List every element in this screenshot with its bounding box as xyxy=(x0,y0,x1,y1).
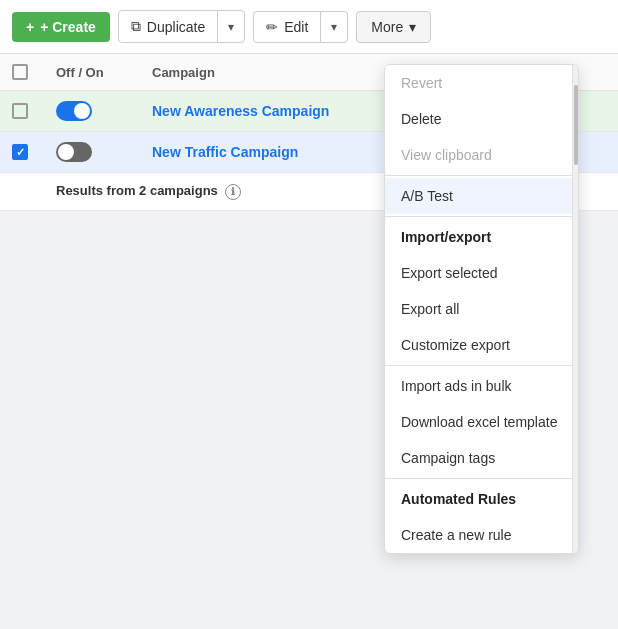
scrollbar-thumb xyxy=(574,85,578,165)
row2-checkbox-col xyxy=(12,144,40,160)
dropdown-item-import-export: Import/export xyxy=(385,219,578,255)
divider-2 xyxy=(385,216,578,217)
edit-icon: ✏ xyxy=(266,19,278,35)
dropdown-item-export-selected[interactable]: Export selected xyxy=(385,255,578,291)
dropdown-item-ab-test[interactable]: A/B Test xyxy=(385,178,578,214)
info-icon[interactable]: ℹ xyxy=(225,184,241,200)
dropdown-item-export-all[interactable]: Export all xyxy=(385,291,578,327)
edit-button[interactable]: ✏ Edit xyxy=(254,12,321,42)
results-text: Results from 2 campaigns ℹ xyxy=(56,183,241,200)
dropdown-item-campaign-tags[interactable]: Campaign tags xyxy=(385,440,578,476)
row1-toggle[interactable] xyxy=(56,101,92,121)
duplicate-arrow[interactable]: ▾ xyxy=(218,13,244,41)
results-label: Results from 2 campaigns xyxy=(56,183,218,198)
row1-campaign-link[interactable]: New Awareness Campaign xyxy=(152,103,329,119)
duplicate-button[interactable]: ⧉ Duplicate xyxy=(119,11,218,42)
dropdown-item-create-rule[interactable]: Create a new rule xyxy=(385,517,578,553)
dropdown-item-revert[interactable]: Revert xyxy=(385,65,578,101)
edit-group: ✏ Edit ▾ xyxy=(253,11,348,43)
plus-icon: + xyxy=(26,19,34,35)
more-chevron-icon: ▾ xyxy=(409,19,416,35)
edit-label: Edit xyxy=(284,19,308,35)
row1-toggle-col xyxy=(56,101,136,121)
more-dropdown-menu: Revert Delete View clipboard A/B Test Im… xyxy=(384,64,579,554)
row2-toggle[interactable] xyxy=(56,142,92,162)
row2-toggle-track xyxy=(56,142,92,162)
create-button[interactable]: + + Create xyxy=(12,12,110,42)
dropdown-item-delete[interactable]: Delete xyxy=(385,101,578,137)
duplicate-label: Duplicate xyxy=(147,19,205,35)
table-area: Off / On Campaign New Awareness Campaign xyxy=(0,54,618,211)
row2-toggle-thumb xyxy=(58,144,74,160)
duplicate-icon: ⧉ xyxy=(131,18,141,35)
row1-checkbox[interactable] xyxy=(12,103,28,119)
divider-1 xyxy=(385,175,578,176)
more-label: More xyxy=(371,19,403,35)
header-checkbox-col xyxy=(12,64,40,80)
divider-3 xyxy=(385,365,578,366)
col-offon-header: Off / On xyxy=(56,65,136,80)
dropdown-item-import-ads[interactable]: Import ads in bulk xyxy=(385,368,578,404)
row1-toggle-track xyxy=(56,101,92,121)
select-all-checkbox[interactable] xyxy=(12,64,28,80)
row2-toggle-col xyxy=(56,142,136,162)
dropdown-item-download-excel[interactable]: Download excel template xyxy=(385,404,578,440)
dropdown-item-customize-export[interactable]: Customize export xyxy=(385,327,578,363)
scrollbar[interactable] xyxy=(572,65,578,553)
edit-arrow[interactable]: ▾ xyxy=(321,13,347,41)
dropdown-item-view-clipboard[interactable]: View clipboard xyxy=(385,137,578,173)
row2-campaign-link[interactable]: New Traffic Campaign xyxy=(152,144,298,160)
row2-checkbox[interactable] xyxy=(12,144,28,160)
more-button[interactable]: More ▾ xyxy=(356,11,431,43)
dropdown-item-automated-rules: Automated Rules xyxy=(385,481,578,517)
toolbar: + + Create ⧉ Duplicate ▾ ✏ Edit ▾ More ▾ xyxy=(0,0,618,54)
divider-4 xyxy=(385,478,578,479)
duplicate-group: ⧉ Duplicate ▾ xyxy=(118,10,245,43)
row1-toggle-thumb xyxy=(74,103,90,119)
row1-checkbox-col xyxy=(12,103,40,119)
create-label: + Create xyxy=(40,19,96,35)
